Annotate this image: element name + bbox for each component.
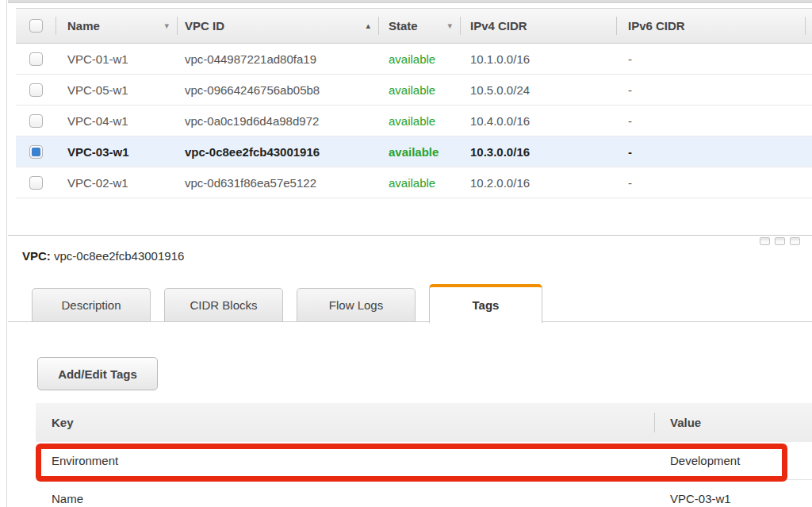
cell-vpc-id: vpc-044987221ad80fa19	[177, 44, 378, 74]
sort-down-icon[interactable]: ▾	[164, 21, 169, 31]
cell-ipv6-cidr: -	[616, 167, 805, 198]
row-checkbox[interactable]	[29, 145, 43, 159]
pane-collapsed-icon[interactable]	[790, 237, 800, 245]
tag-value-cell: VPC-03-w1	[654, 480, 812, 507]
cell-state: available	[378, 44, 460, 74]
cell-ipv4-cidr: 10.4.0.0/16	[460, 106, 616, 136]
cell-state: available	[378, 136, 460, 167]
pane-full-icon[interactable]	[760, 237, 770, 245]
column-label: IPv4 CIDR	[470, 19, 527, 33]
row-checkbox[interactable]	[29, 52, 43, 66]
tags-table: Key Value Environment Development Name V…	[36, 403, 812, 507]
detail-tab[interactable]: Tags	[429, 284, 542, 323]
pane-split-icon[interactable]	[775, 237, 785, 245]
column-header-ipv6-cidr[interactable]: IPv6 CIDR	[616, 9, 805, 43]
vpc-label: VPC:	[22, 249, 51, 263]
column-header-ipv4-cidr[interactable]: IPv4 CIDR	[460, 9, 616, 43]
detail-tab[interactable]: Flow Logs	[297, 288, 416, 321]
cell-name: VPC-05-w1	[56, 75, 177, 105]
row-select-cell	[16, 75, 56, 105]
cell-ipv6-cidr: -	[616, 44, 805, 74]
tag-row[interactable]: Name VPC-03-w1	[36, 480, 812, 507]
vpc-console-screen: Name ▾ VPC ID ▴ State ▾ IPv4 CIDR IPv6 C…	[0, 0, 812, 507]
row-checkbox[interactable]	[29, 176, 43, 190]
detail-tabs: Description CIDR Blocks Flow Logs Tags	[32, 284, 542, 323]
vpc-id-value: vpc-0c8ee2fcb43001916	[54, 249, 184, 263]
column-header-state[interactable]: State ▾	[378, 9, 460, 43]
tab-label: Description	[61, 298, 121, 312]
cell-ipv4-cidr: 10.1.0.0/16	[460, 44, 616, 74]
pane-divider[interactable]	[8, 235, 812, 236]
header-cell-spacer	[805, 9, 812, 43]
cell-vpc-id: vpc-0d631f86ea57e5122	[177, 167, 378, 198]
tag-row[interactable]: Environment Development	[36, 442, 812, 480]
vpc-table-row[interactable]: VPC-04-w1 vpc-0a0c19d6d4a98d972 availabl…	[16, 106, 812, 136]
row-checkbox[interactable]	[29, 83, 43, 97]
select-all-checkbox[interactable]	[29, 19, 43, 33]
tags-table-body: Environment Development Name VPC-03-w1	[36, 442, 812, 507]
detail-pane-title: VPC: vpc-0c8ee2fcb43001916	[22, 249, 184, 263]
column-header-key: Key	[36, 416, 654, 429]
cell-name: VPC-03-w1	[56, 136, 177, 167]
column-header-value: Value	[654, 403, 812, 442]
row-select-cell	[16, 167, 56, 198]
cell-spacer	[805, 106, 812, 136]
detail-tab[interactable]: Description	[32, 288, 151, 321]
cell-vpc-id: vpc-0c8ee2fcb43001916	[177, 136, 378, 167]
tag-key-cell: Name	[36, 492, 654, 505]
column-label: State	[389, 19, 418, 33]
tab-label: CIDR Blocks	[190, 298, 257, 312]
tag-value-cell: Development	[654, 442, 812, 479]
header-cell-select	[16, 9, 56, 43]
tab-label: Flow Logs	[329, 298, 383, 312]
cell-name: VPC-01-w1	[56, 44, 177, 74]
cell-state: available	[378, 106, 460, 136]
vpc-list-table: Name ▾ VPC ID ▴ State ▾ IPv4 CIDR IPv6 C…	[16, 8, 812, 198]
column-label: Name	[67, 19, 100, 33]
cell-ipv4-cidr: 10.5.0.0/24	[460, 75, 616, 105]
cell-name: VPC-04-w1	[56, 106, 177, 136]
pane-left-border	[6, 0, 7, 507]
top-scroll-strip	[8, 0, 812, 3]
tags-table-header: Key Value	[36, 403, 812, 442]
row-checkbox[interactable]	[29, 114, 43, 128]
cell-ipv6-cidr: -	[616, 75, 805, 105]
cell-spacer	[805, 136, 812, 167]
cell-spacer	[805, 75, 812, 105]
vpc-table-header: Name ▾ VPC ID ▴ State ▾ IPv4 CIDR IPv6 C…	[16, 8, 812, 44]
column-header-name[interactable]: Name ▾	[56, 9, 177, 43]
sort-up-icon[interactable]: ▴	[366, 21, 370, 31]
column-label: VPC ID	[185, 19, 224, 33]
vpc-table-row[interactable]: VPC-01-w1 vpc-044987221ad80fa19 availabl…	[16, 44, 812, 75]
cell-state: available	[378, 167, 460, 198]
column-header-vpc-id[interactable]: VPC ID ▴	[177, 9, 378, 43]
cell-state: available	[378, 75, 460, 105]
tag-key-cell: Environment	[36, 454, 654, 467]
tab-label: Tags	[473, 298, 500, 312]
cell-ipv6-cidr: -	[616, 136, 805, 167]
detail-tab[interactable]: CIDR Blocks	[164, 288, 283, 321]
vpc-table-row[interactable]: VPC-03-w1 vpc-0c8ee2fcb43001916 availabl…	[16, 136, 812, 167]
cell-ipv6-cidr: -	[616, 106, 805, 136]
cell-spacer	[805, 44, 812, 74]
row-select-cell	[16, 136, 56, 167]
column-label: IPv6 CIDR	[628, 19, 685, 33]
cell-ipv4-cidr: 10.3.0.0/16	[460, 136, 616, 167]
vpc-table-body: VPC-01-w1 vpc-044987221ad80fa19 availabl…	[16, 44, 812, 198]
vpc-table-row[interactable]: VPC-05-w1 vpc-09664246756ab05b8 availabl…	[16, 75, 812, 106]
cell-vpc-id: vpc-09664246756ab05b8	[177, 75, 378, 105]
row-select-cell	[16, 106, 56, 136]
cell-spacer	[805, 167, 812, 198]
cell-name: VPC-02-w1	[56, 167, 177, 198]
add-edit-tags-button[interactable]: Add/Edit Tags	[37, 357, 158, 390]
row-select-cell	[16, 44, 56, 74]
cell-vpc-id: vpc-0a0c19d6d4a98d972	[177, 106, 378, 136]
sort-down-icon[interactable]: ▾	[447, 21, 452, 31]
vpc-table-row[interactable]: VPC-02-w1 vpc-0d631f86ea57e5122 availabl…	[16, 167, 812, 198]
cell-ipv4-cidr: 10.2.0.0/16	[460, 167, 616, 198]
pane-layout-controls	[760, 237, 800, 245]
